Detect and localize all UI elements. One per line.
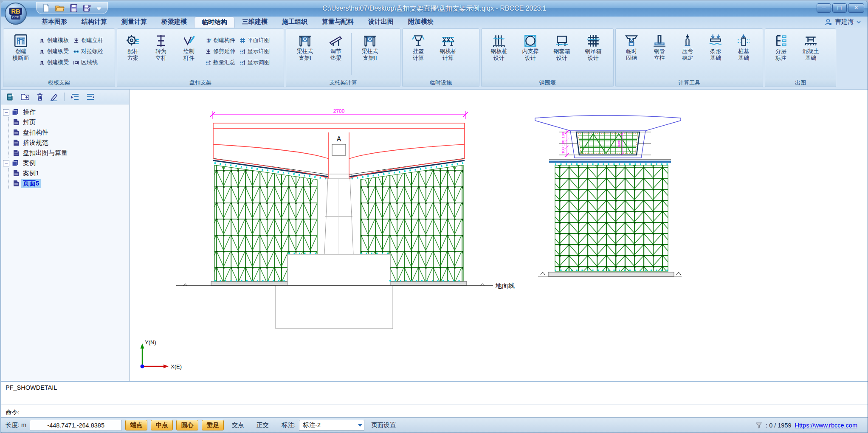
collapse-expander-icon[interactable] [3, 109, 9, 115]
ortho-toggle[interactable]: 正交 [252, 420, 273, 430]
create-member-button[interactable]: 创建构件 [203, 35, 237, 46]
hanging-basket-icon [411, 34, 426, 48]
temporary-consolidation-button[interactable]: 临时固结 [618, 31, 645, 62]
drawing-canvas[interactable]: 地面线 [130, 90, 868, 381]
tree-node-page-5[interactable]: 页面5 [9, 178, 127, 188]
tab-design-drawing[interactable]: 设计出图 [361, 17, 401, 28]
region-line-button[interactable]: 区域线 [71, 57, 105, 68]
section-a-label: A [337, 135, 341, 143]
right-base-pad [386, 281, 467, 285]
tree-node-case-1[interactable]: 案例1 [9, 168, 127, 178]
delete-icon[interactable] [36, 93, 44, 101]
tab-3d-modeling[interactable]: 三维建模 [235, 17, 275, 28]
expand-all-icon[interactable] [70, 93, 80, 101]
collapse-expander-icon[interactable] [3, 160, 9, 166]
ring-lock-small-col-2: 平面详图 显示详图 显示简图 [238, 35, 271, 68]
add-page-icon[interactable] [6, 93, 15, 101]
hanging-box-design-button[interactable]: 钢吊箱设计 [578, 31, 609, 62]
user-account[interactable]: 曹建海 [825, 18, 861, 26]
hanging-basket-calc-button[interactable]: 挂篮计算 [405, 31, 432, 62]
save-icon[interactable] [70, 4, 78, 12]
tie-bolt-icon [73, 48, 79, 55]
application-window: RB CCE C:\Users\hai07\Desktop\盘扣支架直播\盘扣支… [1, 1, 868, 433]
strip-foundation-button[interactable]: 条形基础 [702, 31, 729, 62]
filter-icon[interactable] [755, 422, 762, 429]
close-button[interactable]: ✕ [848, 3, 864, 13]
dim-style-select[interactable]: 标注-2 [299, 420, 364, 431]
user-name: 曹建海 [835, 18, 854, 26]
ground-line-label: 地面线 [495, 282, 515, 289]
snap-intersection-toggle[interactable]: 交点 [227, 420, 248, 430]
open-icon[interactable] [55, 4, 65, 12]
steel-trestle-calc-button[interactable]: 钢栈桥计算 [433, 31, 463, 62]
app-logo[interactable]: RB CCE [5, 3, 27, 25]
create-upright-button[interactable]: 创建立杆 [71, 35, 105, 46]
snap-midpoint-toggle[interactable]: 中点 [151, 420, 173, 430]
buckling-stability-button[interactable]: 压弯稳定 [674, 31, 701, 62]
pile-foundation-button[interactable]: 桩基基础 [730, 31, 757, 62]
layered-annotation-button[interactable]: 分层标注 [767, 31, 795, 62]
show-simple-button[interactable]: 显示简图 [238, 57, 271, 68]
buckling-icon [680, 34, 695, 48]
minimize-button[interactable]: ─ [817, 3, 831, 13]
tree-node-cases[interactable]: 案例 [3, 158, 127, 168]
qat-dropdown-icon[interactable] [96, 4, 101, 12]
new-file-icon[interactable] [42, 4, 50, 12]
tie-bolt-button[interactable]: 对拉螺栓 [71, 46, 105, 57]
sheet-pile-design-button[interactable]: 钢板桩设计 [484, 31, 514, 62]
snap-center-toggle[interactable]: 圆心 [176, 420, 198, 430]
add-folder-icon[interactable] [21, 93, 30, 101]
draw-member-button[interactable]: 绘制杆件 [175, 31, 203, 62]
tree-node-cover-page[interactable]: 封页 [9, 117, 127, 127]
tab-survey-calc[interactable]: 测量计算 [114, 17, 154, 28]
maximize-button[interactable]: ▢ [832, 3, 847, 13]
edit-icon[interactable] [50, 93, 58, 101]
tab-basic-graphics[interactable]: 基本图形 [34, 17, 74, 28]
command-history: PF_SHOWDETAIL [1, 382, 868, 405]
collapse-all-icon[interactable] [86, 93, 95, 101]
snap-endpoint-toggle[interactable]: 端点 [125, 420, 147, 430]
convert-to-upright-button[interactable]: 转为立杆 [147, 31, 175, 62]
trim-extend-button[interactable]: 修剪延伸 [203, 46, 237, 57]
plan-detail-button[interactable]: 平面详图 [238, 35, 271, 46]
dim-style-label: 标注: [282, 421, 296, 429]
save-as-icon[interactable] [83, 4, 91, 12]
axis-x-label: X(E) [171, 363, 182, 370]
create-cross-section-button[interactable]: 创建 横断面 [6, 31, 36, 62]
create-longeron-button[interactable]: 创建纵梁 [37, 46, 70, 57]
website-link[interactable]: Https://www.rbcce.com [795, 422, 857, 429]
group-label-calc-tools: 计算工具 [616, 79, 763, 87]
tab-structure-calc[interactable]: 结构计算 [74, 17, 114, 28]
steel-caisson-design-button[interactable]: 钢套箱设计 [547, 31, 577, 62]
project-tree: 操作 封页 盘扣构件 搭设规范 [1, 104, 129, 191]
rod-scheme-button[interactable]: 配杆方案 [119, 31, 147, 62]
steel-pipe-column-button[interactable]: 钢管立柱 [646, 31, 673, 62]
adjust-pad-beam-button[interactable]: 调节垫梁 [322, 31, 349, 62]
tab-quantity-material[interactable]: 算量与配料 [315, 17, 361, 28]
page-icon [13, 139, 19, 146]
tree-node-erection-rules[interactable]: 搭设规范 [9, 138, 127, 148]
tab-bridge-modeling[interactable]: 桥梁建模 [154, 17, 194, 28]
inner-support-design-button[interactable]: 内支撑设计 [515, 31, 546, 62]
upright-icon [73, 37, 79, 44]
tree-node-ring-lock-components[interactable]: 盘扣构件 [9, 127, 127, 138]
snap-perpendicular-toggle[interactable]: 垂足 [202, 420, 224, 430]
inner-support-icon [523, 34, 538, 48]
create-template-button[interactable]: 创建模板 [37, 35, 70, 46]
tab-temporary-structure[interactable]: 临时结构 [194, 17, 235, 28]
concrete-foundation-button[interactable]: 混凝土基础 [795, 31, 826, 62]
template-small-col-1: 创建模板 创建纵梁 创建横梁 [37, 35, 70, 68]
show-detail-button[interactable]: 显示详图 [238, 46, 271, 57]
sheet-pile-icon [492, 34, 506, 48]
page-setup-button[interactable]: 页面设置 [368, 420, 399, 430]
group-label-ring-lock: 盘扣支架 [117, 79, 284, 87]
create-crossbeam-button[interactable]: 创建横梁 [37, 57, 70, 68]
ribbon-group-bracket-calc: 梁柱式支架I 调节垫梁 梁柱式支架II 支托架计算 [286, 28, 400, 87]
tab-construction-org[interactable]: 施工组织 [275, 17, 315, 28]
tree-node-operations[interactable]: 操作 [3, 107, 127, 117]
tree-node-drawing-quantity[interactable]: 盘扣出图与算量 [9, 148, 127, 158]
quantity-summary-button[interactable]: 数量汇总 [203, 57, 237, 68]
beam-column-support2-button[interactable]: 梁柱式支架II [353, 31, 386, 62]
tab-addon-modules[interactable]: 附加模块 [401, 17, 441, 28]
beam-column-support1-button[interactable]: 梁柱式支架I [288, 31, 321, 62]
